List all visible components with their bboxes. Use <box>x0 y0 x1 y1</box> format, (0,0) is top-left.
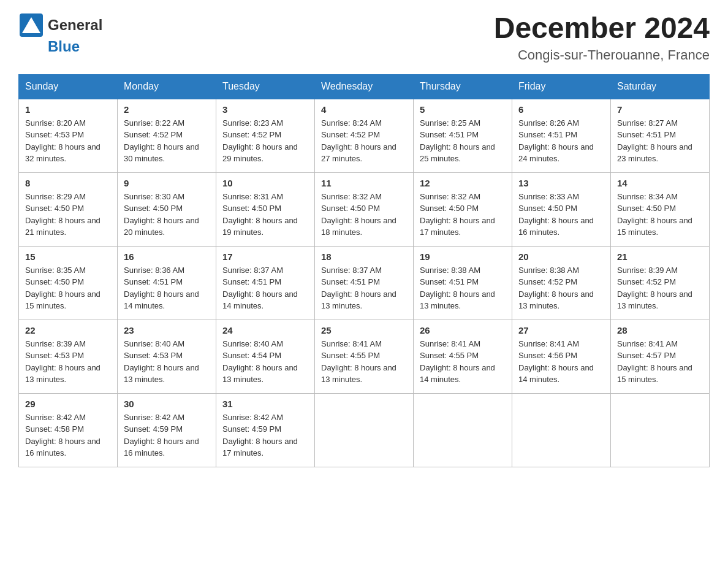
day-header-friday: Friday <box>512 74 611 99</box>
calendar-cell: 14 Sunrise: 8:34 AM Sunset: 4:50 PM Dayl… <box>611 172 710 246</box>
day-info: Sunrise: 8:42 AM Sunset: 4:59 PM Dayligh… <box>222 412 308 459</box>
sunset-label: Sunset: 4:56 PM <box>518 351 577 360</box>
sunrise-label: Sunrise: 8:38 AM <box>420 266 480 275</box>
sunrise-label: Sunrise: 8:42 AM <box>124 413 184 422</box>
sunrise-label: Sunrise: 8:25 AM <box>420 118 480 128</box>
calendar-cell: 8 Sunrise: 8:29 AM Sunset: 4:50 PM Dayli… <box>19 172 118 246</box>
sunrise-label: Sunrise: 8:39 AM <box>617 266 678 275</box>
sunrise-label: Sunrise: 8:27 AM <box>617 118 678 128</box>
sunset-label: Sunset: 4:58 PM <box>25 424 84 434</box>
day-info: Sunrise: 8:39 AM Sunset: 4:52 PM Dayligh… <box>617 264 703 312</box>
sunset-label: Sunset: 4:59 PM <box>124 424 183 434</box>
calendar-cell: 16 Sunrise: 8:36 AM Sunset: 4:51 PM Dayl… <box>118 246 216 320</box>
day-number: 24 <box>222 325 308 335</box>
sunrise-label: Sunrise: 8:39 AM <box>25 339 86 348</box>
day-info: Sunrise: 8:40 AM Sunset: 4:53 PM Dayligh… <box>124 338 210 386</box>
day-header-tuesday: Tuesday <box>216 74 315 99</box>
day-info: Sunrise: 8:33 AM Sunset: 4:50 PM Dayligh… <box>518 191 604 239</box>
logo-blue: Blue <box>48 38 80 55</box>
day-info: Sunrise: 8:29 AM Sunset: 4:50 PM Dayligh… <box>25 191 111 239</box>
sunrise-label: Sunrise: 8:23 AM <box>222 118 283 128</box>
day-info: Sunrise: 8:25 AM Sunset: 4:51 PM Dayligh… <box>420 117 506 165</box>
day-info: Sunrise: 8:42 AM Sunset: 4:59 PM Dayligh… <box>124 412 210 459</box>
calendar-cell: 18 Sunrise: 8:37 AM Sunset: 4:51 PM Dayl… <box>315 246 414 320</box>
title-block: December 2024 Congis-sur-Therouanne, Fra… <box>494 12 710 63</box>
day-info: Sunrise: 8:36 AM Sunset: 4:51 PM Dayligh… <box>124 264 210 312</box>
day-info: Sunrise: 8:42 AM Sunset: 4:58 PM Dayligh… <box>25 412 111 459</box>
day-info: Sunrise: 8:27 AM Sunset: 4:51 PM Dayligh… <box>617 117 703 165</box>
day-number: 30 <box>124 399 210 409</box>
calendar-cell: 28 Sunrise: 8:41 AM Sunset: 4:57 PM Dayl… <box>611 320 710 393</box>
sunset-label: Sunset: 4:50 PM <box>25 204 84 213</box>
sunrise-label: Sunrise: 8:42 AM <box>222 413 283 422</box>
daylight-label: Daylight: 8 hours and 16 minutes. <box>25 437 100 458</box>
sunrise-label: Sunrise: 8:24 AM <box>321 118 382 128</box>
sunrise-label: Sunrise: 8:26 AM <box>518 118 579 128</box>
sunset-label: Sunset: 4:51 PM <box>518 130 577 139</box>
sunrise-label: Sunrise: 8:41 AM <box>420 339 480 348</box>
day-info: Sunrise: 8:41 AM Sunset: 4:57 PM Dayligh… <box>617 338 703 386</box>
sunset-label: Sunset: 4:53 PM <box>25 130 84 139</box>
sunset-label: Sunset: 4:50 PM <box>124 204 183 213</box>
day-info: Sunrise: 8:31 AM Sunset: 4:50 PM Dayligh… <box>222 191 308 239</box>
calendar-cell: 24 Sunrise: 8:40 AM Sunset: 4:54 PM Dayl… <box>216 320 315 393</box>
day-number: 11 <box>321 178 407 188</box>
day-header-sunday: Sunday <box>19 74 118 99</box>
location-title: Congis-sur-Therouanne, France <box>494 47 710 63</box>
day-number: 27 <box>518 325 604 335</box>
day-info: Sunrise: 8:37 AM Sunset: 4:51 PM Dayligh… <box>222 264 308 312</box>
sunset-label: Sunset: 4:50 PM <box>222 204 281 213</box>
sunset-label: Sunset: 4:51 PM <box>617 130 676 139</box>
calendar-cell: 11 Sunrise: 8:32 AM Sunset: 4:50 PM Dayl… <box>315 172 414 246</box>
page-header: General Blue December 2024 Congis-sur-Th… <box>18 12 710 63</box>
daylight-label: Daylight: 8 hours and 13 minutes. <box>25 363 100 385</box>
daylight-label: Daylight: 8 hours and 14 minutes. <box>124 289 199 311</box>
calendar-cell: 20 Sunrise: 8:38 AM Sunset: 4:52 PM Dayl… <box>512 246 611 320</box>
sunset-label: Sunset: 4:52 PM <box>124 130 183 139</box>
daylight-label: Daylight: 8 hours and 15 minutes. <box>25 289 100 311</box>
daylight-label: Daylight: 8 hours and 23 minutes. <box>617 142 692 164</box>
day-info: Sunrise: 8:30 AM Sunset: 4:50 PM Dayligh… <box>124 191 210 239</box>
calendar-cell: 26 Sunrise: 8:41 AM Sunset: 4:55 PM Dayl… <box>414 320 512 393</box>
day-info: Sunrise: 8:23 AM Sunset: 4:52 PM Dayligh… <box>222 117 308 165</box>
day-number: 25 <box>321 325 407 335</box>
daylight-label: Daylight: 8 hours and 14 minutes. <box>518 363 594 385</box>
sunrise-label: Sunrise: 8:20 AM <box>25 118 86 128</box>
daylight-label: Daylight: 8 hours and 14 minutes. <box>420 363 495 385</box>
daylight-label: Daylight: 8 hours and 13 minutes. <box>321 289 396 311</box>
calendar-cell <box>315 393 414 467</box>
day-header-wednesday: Wednesday <box>315 74 414 99</box>
day-info: Sunrise: 8:41 AM Sunset: 4:55 PM Dayligh… <box>420 338 506 386</box>
day-number: 23 <box>124 325 210 335</box>
day-number: 6 <box>518 104 604 115</box>
day-number: 21 <box>617 251 703 262</box>
day-number: 7 <box>617 104 703 115</box>
sunset-label: Sunset: 4:52 PM <box>518 277 577 286</box>
day-header-thursday: Thursday <box>414 74 512 99</box>
day-info: Sunrise: 8:22 AM Sunset: 4:52 PM Dayligh… <box>124 117 210 165</box>
calendar-cell: 31 Sunrise: 8:42 AM Sunset: 4:59 PM Dayl… <box>216 393 315 467</box>
daylight-label: Daylight: 8 hours and 20 minutes. <box>124 216 199 237</box>
calendar-cell: 21 Sunrise: 8:39 AM Sunset: 4:52 PM Dayl… <box>611 246 710 320</box>
sunset-label: Sunset: 4:50 PM <box>321 204 380 213</box>
day-info: Sunrise: 8:32 AM Sunset: 4:50 PM Dayligh… <box>321 191 407 239</box>
day-number: 29 <box>25 399 111 409</box>
sunrise-label: Sunrise: 8:41 AM <box>518 339 579 348</box>
day-number: 14 <box>617 178 703 188</box>
calendar-week-row: 29 Sunrise: 8:42 AM Sunset: 4:58 PM Dayl… <box>19 393 710 467</box>
calendar-cell: 30 Sunrise: 8:42 AM Sunset: 4:59 PM Dayl… <box>118 393 216 467</box>
day-number: 13 <box>518 178 604 188</box>
day-number: 8 <box>25 178 111 188</box>
logo: General Blue <box>18 12 102 55</box>
day-header-monday: Monday <box>118 74 216 99</box>
sunset-label: Sunset: 4:55 PM <box>420 351 479 360</box>
sunrise-label: Sunrise: 8:33 AM <box>518 192 579 201</box>
sunset-label: Sunset: 4:54 PM <box>222 351 281 360</box>
calendar-cell <box>512 393 611 467</box>
daylight-label: Daylight: 8 hours and 29 minutes. <box>222 142 298 164</box>
daylight-label: Daylight: 8 hours and 14 minutes. <box>222 289 298 311</box>
calendar-cell: 7 Sunrise: 8:27 AM Sunset: 4:51 PM Dayli… <box>611 99 710 173</box>
month-title: December 2024 <box>494 12 710 45</box>
day-number: 4 <box>321 104 407 115</box>
calendar-cell: 13 Sunrise: 8:33 AM Sunset: 4:50 PM Dayl… <box>512 172 611 246</box>
